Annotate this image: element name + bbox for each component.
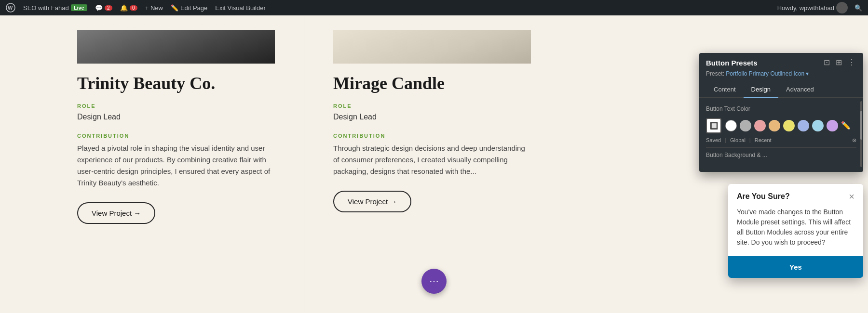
preset-name: Portfolio Primary Outlined Icon ▾ [726,70,809,77]
panel-scrollbar-thumb [860,111,862,140]
panel-expand-icon[interactable]: ⊡ [823,58,831,67]
panel-preset-label: Preset: Portfolio Primary Outlined Icon … [699,69,863,82]
card-image-trinity [77,30,275,64]
panel-header: Button Presets ⊡ ⊞ ⋮ [699,53,863,69]
color-swatches: ✏️ [725,120,851,131]
admin-bar: W SEO with Fahad Live 💬 2 🔔 0 + New ✏️ E… [0,0,868,15]
site-name-item[interactable]: SEO with Fahad Live [23,4,87,12]
contribution-trinity: Played a pivotal role in shaping the vis… [77,143,275,189]
new-label: + New [145,4,163,12]
confirm-close-button[interactable]: × [849,192,854,201]
admin-bar-right: Howdy, wpwithfahad 🔍 [777,2,862,13]
eyedropper-icon: 🔲 [708,120,719,131]
card-title-trinity: Trinity Beauty Co. [77,73,275,93]
confirm-header: Are You Sure? × [728,184,863,205]
role-mirage: Design Lead [333,113,531,121]
comment-icon: 💬 [95,4,103,12]
confirm-title: Are You Sure? [737,192,790,201]
view-project-btn-trinity[interactable]: View Project → [77,202,155,224]
panel-columns-icon[interactable]: ⊞ [835,58,843,67]
saved-label[interactable]: Saved [706,137,721,143]
panel-header-icons: ⊡ ⊞ ⋮ [823,58,856,67]
card-title-mirage: Mirage Candle [333,73,531,93]
exit-builder-label: Exit Visual Builder [215,4,266,12]
edit-page-label: Edit Page [180,4,207,12]
confirm-dialog: Are You Sure? × You've made changes to t… [728,184,863,278]
search-icon: 🔍 [854,4,862,12]
main-content: Trinity Beauty Co. ROLE Design Lead CONT… [0,15,868,313]
confirm-yes-button[interactable]: Yes [728,256,863,278]
card-image-mirage [333,30,531,64]
card-divider [304,15,304,313]
notification-icon: 🔔 [120,4,128,12]
clear-label[interactable]: ⊗ [852,137,856,143]
edit-icon: ✏️ [171,4,178,12]
svg-text:W: W [8,5,13,11]
panel-body: Button Text Color 🔲 ✏️ Sav [699,98,863,172]
site-name: SEO with Fahad [23,4,69,12]
notifications-count: 0 [130,5,137,11]
search-item[interactable]: 🔍 [854,4,862,12]
tab-design[interactable]: Design [744,82,778,98]
recent-label[interactable]: Recent [755,137,772,143]
howdy-label: Howdy, wpwithfahad [777,4,834,12]
color-dot-teal[interactable] [812,120,824,131]
saved-global-row: Saved | Global | Recent ⊗ [706,137,856,143]
edit-color-icon[interactable]: ✏️ [841,121,851,130]
color-dot-purple[interactable] [827,120,838,131]
role-label-trinity: ROLE [77,103,275,109]
color-dot-blue[interactable] [798,120,809,131]
button-background-label: Button Background & ... [706,152,856,158]
panel-scrollbar[interactable] [860,101,862,167]
edit-page-item[interactable]: ✏️ Edit Page [171,4,207,12]
fab-icon: ⋯ [429,275,439,287]
howdy-item[interactable]: Howdy, wpwithfahad [777,2,848,13]
fab-button[interactable]: ⋯ [421,269,447,294]
portfolio-card-trinity: Trinity Beauty Co. ROLE Design Lead CONT… [58,15,294,243]
new-item[interactable]: + New [145,4,163,12]
panel-more-icon[interactable]: ⋮ [847,58,856,67]
color-dot-peach[interactable] [769,120,780,131]
comments-item[interactable]: 💬 2 [95,4,112,12]
color-picker-row: 🔲 ✏️ [706,118,856,133]
tab-content[interactable]: Content [706,82,744,98]
tab-advanced[interactable]: Advanced [778,82,822,98]
color-dot-white[interactable] [725,120,737,131]
comments-count: 2 [105,5,112,11]
notifications-item[interactable]: 🔔 0 [120,4,137,12]
color-dot-yellow[interactable] [783,120,795,131]
button-text-color-label: Button Text Color [706,105,856,112]
view-project-btn-mirage[interactable]: View Project → [333,191,411,212]
panel-tabs: Content Design Advanced [699,82,863,98]
panel-title: Button Presets [706,59,758,67]
contribution-label-mirage: CONTRIBUTION [333,133,531,139]
global-label[interactable]: Global [730,137,746,143]
main-color-swatch[interactable]: 🔲 [706,118,721,133]
role-label-mirage: ROLE [333,103,531,109]
contribution-mirage: Through strategic design decisions and d… [333,143,531,177]
wp-logo-item[interactable]: W [6,3,15,13]
avatar [836,2,848,13]
exit-builder-item[interactable]: Exit Visual Builder [215,4,266,12]
confirm-body: You've made changes to the Button Module… [728,205,863,256]
portfolio-card-mirage: Mirage Candle ROLE Design Lead CONTRIBUT… [314,15,550,232]
color-dot-gray[interactable] [740,120,751,131]
contribution-label-trinity: CONTRIBUTION [77,133,275,139]
color-dot-pink[interactable] [754,120,766,131]
live-badge: Live [71,4,87,11]
presets-panel: Button Presets ⊡ ⊞ ⋮ Preset: Portfolio P… [699,53,863,172]
role-trinity: Design Lead [77,113,275,121]
panel-divider [706,147,856,148]
